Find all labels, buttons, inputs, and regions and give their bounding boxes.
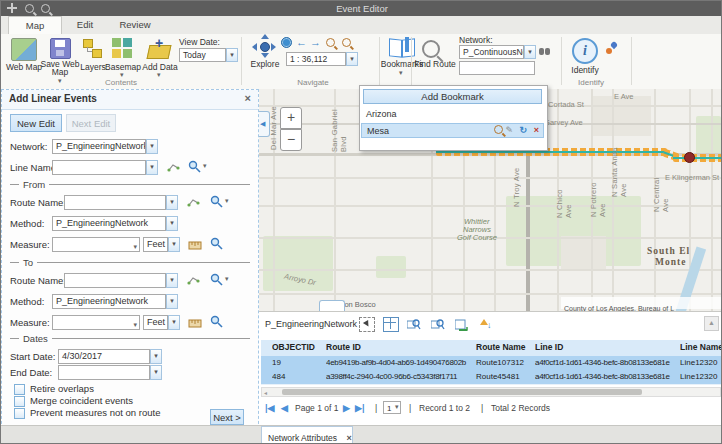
bookmarks-caret-icon[interactable]: ▾ — [399, 69, 403, 77]
from-route-zoom-caret-icon[interactable]: ▾ — [225, 197, 229, 205]
add-data-icon[interactable]: + — [147, 38, 171, 59]
network-field[interactable]: P_EngineeringNetwork — [52, 139, 146, 154]
line-name-field[interactable] — [52, 160, 146, 175]
zoom-out-tool-icon[interactable] — [342, 38, 351, 47]
previous-extent-icon[interactable]: ← — [296, 37, 307, 47]
start-date-field[interactable]: 4/30/2017 — [58, 349, 150, 364]
scrollbar-thumb[interactable] — [282, 389, 642, 395]
find-route-button[interactable]: Find Route — [412, 60, 458, 69]
scroll-left-icon[interactable]: ◂ — [264, 389, 267, 396]
zoom-to-bookmark-icon[interactable] — [494, 125, 503, 138]
binoculars-icon[interactable] — [539, 48, 551, 56]
to-ruler-icon[interactable] — [188, 315, 202, 333]
zoom-in-icon[interactable] — [25, 4, 34, 13]
bookmark-item-arizona[interactable]: Arizona — [361, 107, 554, 121]
web-map-icon[interactable] — [11, 38, 37, 61]
basemap-icon[interactable] — [112, 38, 133, 59]
tab-review[interactable]: Review — [107, 16, 163, 33]
tab-edit[interactable]: Edit — [63, 16, 107, 33]
network-dropdown-arrow[interactable] — [524, 45, 536, 59]
to-measure-zoom-icon[interactable] — [210, 314, 223, 332]
explore-button[interactable]: Explore — [247, 59, 283, 69]
add-data-caret-icon[interactable]: ▾ — [157, 71, 161, 79]
from-unit-field[interactable]: Feet — [143, 237, 168, 252]
column-header[interactable]: Route ID — [326, 340, 471, 355]
from-measure-zoom-icon[interactable] — [210, 236, 223, 254]
measure-caret-icon[interactable]: ▾ — [133, 240, 137, 252]
next-extent-icon[interactable]: → — [310, 37, 321, 47]
to-select-route-icon[interactable] — [187, 272, 200, 290]
map-scale-select[interactable]: 1 : 36,112 — [286, 52, 346, 66]
new-edit-button[interactable]: New Edit — [10, 114, 62, 132]
line-name-arrow[interactable] — [146, 160, 158, 175]
measure-caret-icon[interactable]: ▾ — [133, 318, 137, 330]
edit-bookmark-icon[interactable]: ✎ — [505, 124, 513, 137]
hem-point-icon[interactable] — [606, 42, 618, 54]
next-edit-button[interactable]: Next Edit — [66, 114, 116, 132]
zoom-in-tool-icon[interactable] — [326, 38, 335, 47]
sort-icon[interactable]: ↓ — [479, 317, 493, 330]
select-tool-icon[interactable] — [359, 317, 375, 332]
line-zoom-icon[interactable] — [188, 159, 201, 177]
map-zoom-in-button[interactable]: + — [280, 107, 302, 129]
to-unit-arrow[interactable] — [168, 315, 180, 330]
to-method-arrow[interactable] — [166, 294, 178, 309]
from-measure-field[interactable]: ▾ — [52, 237, 140, 252]
column-header[interactable]: Route Name — [476, 340, 532, 355]
from-method-arrow[interactable] — [166, 216, 178, 231]
from-route-zoom-icon[interactable] — [210, 194, 223, 212]
to-unit-field[interactable]: Feet — [143, 315, 168, 330]
select-line-on-map-icon[interactable] — [167, 159, 180, 177]
table-row[interactable]: 19 4eb9419b-af9b-4d04-ab69-1d490476802b … — [261, 356, 721, 371]
attribute-table-icon[interactable] — [383, 317, 399, 332]
start-date-arrow[interactable] — [150, 349, 162, 364]
to-route-zoom-icon[interactable] — [210, 272, 223, 290]
pan-icon[interactable] — [6, 2, 18, 14]
table-collapse-tab[interactable]: ▼ — [319, 300, 345, 311]
tab-map[interactable]: Map — [8, 16, 62, 35]
prevent-measures-checkbox[interactable] — [14, 408, 25, 419]
from-select-route-icon[interactable] — [187, 194, 200, 212]
retire-overlaps-checkbox[interactable] — [14, 384, 25, 395]
first-page-icon[interactable]: |◀ — [265, 403, 274, 413]
save-web-map-caret-icon[interactable]: ▾ — [58, 77, 62, 85]
zoom-out-icon[interactable] — [41, 4, 50, 13]
network-field-arrow[interactable] — [146, 139, 158, 154]
column-header[interactable]: Line Name — [680, 340, 722, 355]
globe-icon[interactable] — [281, 37, 292, 48]
to-route-name-field[interactable] — [64, 273, 166, 288]
table-scrollbar[interactable]: ◂ — [261, 387, 721, 397]
network-select[interactable]: P_ContinuousNetwork — [459, 45, 524, 59]
from-unit-arrow[interactable] — [168, 237, 180, 252]
column-header[interactable]: OBJECTID — [272, 340, 322, 355]
explore-icon[interactable] — [254, 36, 274, 56]
delete-bookmark-icon[interactable]: × — [534, 124, 539, 137]
table-scroll-up-icon[interactable]: ▲ — [704, 316, 719, 331]
view-date-dropdown-arrow[interactable] — [226, 48, 238, 62]
end-date-field[interactable] — [58, 365, 150, 380]
switch-selection-icon[interactable] — [455, 317, 469, 330]
to-method-field[interactable]: P_EngineeringNetwork — [52, 294, 166, 309]
save-web-map-icon[interactable] — [50, 38, 71, 59]
close-icon[interactable]: × — [245, 92, 251, 104]
from-route-name-arrow[interactable] — [166, 195, 178, 210]
layers-icon[interactable] — [83, 39, 101, 57]
from-route-name-field[interactable] — [64, 195, 166, 210]
identify-button[interactable]: Identify — [565, 65, 605, 75]
end-date-arrow[interactable] — [150, 365, 162, 380]
bookmark-item-mesa[interactable]: Mesa ✎ ↻ × — [361, 123, 544, 138]
from-method-field[interactable]: P_EngineeringNetwork — [52, 216, 166, 231]
add-bookmark-button[interactable]: Add Bookmark — [363, 89, 542, 104]
view-date-select[interactable]: Today — [179, 48, 226, 62]
last-page-icon[interactable]: ▶| — [355, 403, 364, 413]
column-header[interactable]: Line ID — [535, 340, 677, 355]
to-measure-field[interactable]: ▾ — [52, 315, 140, 330]
from-ruler-icon[interactable] — [188, 237, 202, 255]
merge-coincident-checkbox[interactable] — [14, 396, 25, 407]
identify-icon[interactable]: i — [572, 38, 598, 64]
line-zoom-caret-icon[interactable]: ▾ — [203, 162, 207, 170]
panel-collapse-tab[interactable]: ◀ — [259, 111, 270, 137]
next-page-icon[interactable]: ▶ — [343, 403, 350, 413]
to-route-zoom-caret-icon[interactable]: ▾ — [225, 275, 229, 283]
to-route-name-arrow[interactable] — [166, 273, 178, 288]
